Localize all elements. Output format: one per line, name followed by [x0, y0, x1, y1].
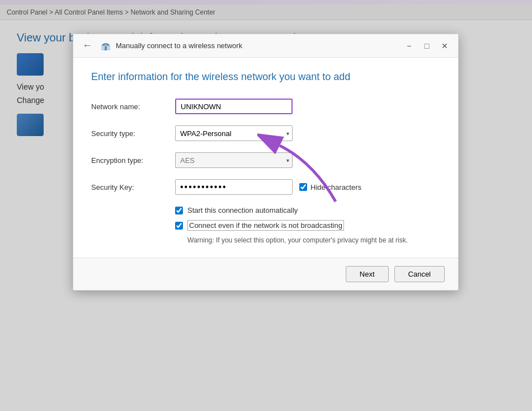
security-type-select[interactable]: WPA2-Personal WPA-Personal WEP No authen… — [175, 125, 293, 141]
dialog-title: Manually connect to a wireless network — [116, 41, 242, 50]
maximize-button[interactable]: □ — [419, 40, 435, 52]
cancel-button[interactable]: Cancel — [394, 266, 445, 282]
auto-connect-checkbox[interactable] — [175, 207, 183, 214]
auto-connect-label: Start this connection automatically — [187, 206, 298, 214]
back-button[interactable]: ← — [79, 39, 96, 53]
titlebar-left: ← Manually connect to a wireless network — [79, 39, 242, 53]
encryption-type-control: AES TKIP ▾ — [175, 152, 440, 168]
next-button[interactable]: Next — [346, 266, 389, 282]
encryption-type-row: Encryption type: AES TKIP ▾ — [91, 152, 440, 168]
checkboxes-section: Start this connection automatically Conn… — [175, 206, 440, 244]
minimize-button[interactable]: − — [401, 40, 417, 52]
security-key-row: Security Key: Hide characters — [91, 179, 440, 195]
dialog-footer: Next Cancel — [73, 258, 458, 290]
security-key-control: Hide characters — [175, 179, 440, 195]
close-button[interactable]: ✕ — [437, 40, 453, 52]
encryption-type-wrapper: AES TKIP ▾ — [175, 152, 293, 168]
network-name-input[interactable] — [175, 99, 293, 114]
password-row: Hide characters — [175, 179, 440, 195]
broadcast-label: Connect even if the network is not broad… — [187, 220, 344, 231]
titlebar-controls: − □ ✕ — [401, 40, 453, 52]
svg-rect-2 — [105, 48, 107, 50]
security-key-input[interactable] — [175, 179, 293, 195]
encryption-type-label: Encryption type: — [91, 156, 175, 165]
dialog-body: Enter information for the wireless netwo… — [73, 58, 458, 258]
security-type-row: Security type: WPA2-Personal WPA-Persona… — [91, 125, 440, 141]
network-name-row: Network name: — [91, 99, 440, 114]
dialog-heading: Enter information for the wireless netwo… — [91, 71, 440, 83]
dialog-network-icon — [100, 40, 111, 52]
auto-connect-row: Start this connection automatically — [175, 206, 440, 214]
hide-characters-checkbox[interactable] — [299, 183, 307, 191]
broadcast-row: Connect even if the network is not broad… — [175, 220, 440, 231]
security-type-wrapper: WPA2-Personal WPA-Personal WEP No authen… — [175, 125, 293, 141]
broadcast-checkbox[interactable] — [175, 222, 183, 230]
wireless-network-dialog: ← Manually connect to a wireless network… — [73, 34, 459, 291]
network-name-label: Network name: — [91, 102, 175, 111]
dialog-titlebar: ← Manually connect to a wireless network… — [73, 34, 458, 58]
security-key-label: Security Key: — [91, 183, 175, 192]
warning-text: Warning: If you select this option, your… — [187, 236, 440, 244]
encryption-type-select[interactable]: AES TKIP — [175, 152, 293, 168]
security-type-control: WPA2-Personal WPA-Personal WEP No authen… — [175, 125, 440, 141]
network-name-control — [175, 99, 440, 114]
security-type-label: Security type: — [91, 129, 175, 138]
hide-characters-label: Hide characters — [310, 183, 361, 192]
hide-characters-group: Hide characters — [299, 183, 361, 192]
